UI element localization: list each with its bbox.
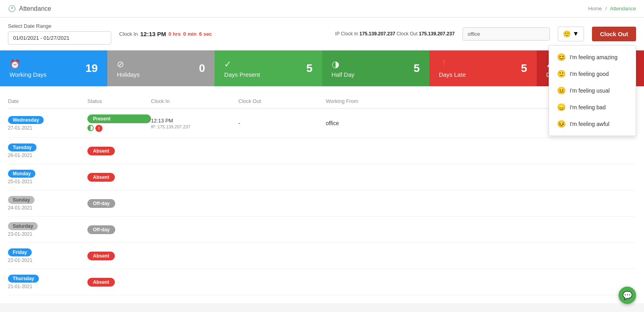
clock-out-label: Clock Out bbox=[396, 31, 418, 37]
days-late-value: 5 bbox=[521, 62, 527, 75]
day-badge: Sunday bbox=[8, 196, 35, 204]
dropdown-arrow-icon: ▼ bbox=[572, 30, 579, 37]
half-status-icon bbox=[87, 125, 94, 131]
good-emoji: 🙂 bbox=[557, 70, 566, 78]
stat-days-late-left: ❗ Days Late bbox=[439, 59, 466, 78]
working-days-value: 19 bbox=[85, 62, 98, 75]
breadcrumb-current[interactable]: Attendance bbox=[610, 6, 636, 12]
col-clock-in: Clock In bbox=[151, 98, 238, 104]
ip-info: IP Clock In 175.139.207.237 Clock Out 17… bbox=[335, 31, 455, 37]
col-status: Status bbox=[87, 98, 151, 104]
attendance-table: Date Status Clock In Clock Out Working F… bbox=[0, 86, 644, 303]
breadcrumb-sep: / bbox=[605, 6, 607, 12]
breadcrumb: Home / Attendance bbox=[588, 6, 636, 12]
days-present-icon: ✓ bbox=[224, 59, 260, 70]
table-row: Thursday 21-01-2021 Absent bbox=[8, 269, 636, 295]
stat-half-day: ◑ Half Day 5 bbox=[322, 50, 429, 86]
awful-label: I'm feeling awful bbox=[570, 121, 609, 127]
clock-out-cell: - bbox=[238, 120, 326, 126]
feeling-awful[interactable]: 😣 I'm feeling awful bbox=[549, 116, 636, 132]
status-cell: Absent bbox=[87, 147, 151, 155]
date-cell: Wednesday 27-01-2021 bbox=[8, 116, 87, 131]
clock-in-cell: 12:13 PM IP: 175.139.207.237 bbox=[151, 118, 238, 129]
date-sub: 26-01-2021 bbox=[8, 153, 87, 158]
day-badge: Monday bbox=[8, 170, 35, 178]
stat-days-present: ✓ Days Present 5 bbox=[215, 50, 322, 86]
date-cell: Thursday 21-01-2021 bbox=[8, 275, 87, 289]
status-cell: Absent bbox=[87, 173, 151, 182]
feeling-good[interactable]: 🙂 I'm feeling good bbox=[549, 66, 636, 82]
feeling-dropdown: 😊 I'm feeling amazing 🙂 I'm feeling good… bbox=[549, 45, 636, 136]
day-badge: Saturday bbox=[8, 222, 38, 230]
stat-holidays: ⊘ Holidays 0 bbox=[107, 50, 215, 86]
status-badge: Absent bbox=[87, 278, 115, 287]
table-row: Sunday 24-01-2021 Off-day bbox=[8, 190, 636, 217]
date-cell: Monday 25-01-2021 bbox=[8, 170, 87, 184]
clock-in-label: Clock In bbox=[119, 31, 138, 37]
feeling-usual[interactable]: 😐 I'm feeling usual bbox=[549, 82, 636, 99]
table-row: Wednesday 27-01-2021 Present ! 12:13 PM … bbox=[8, 109, 636, 138]
stat-working-days: ⏰ Working Days 19 bbox=[0, 50, 107, 86]
status-badge: Off-day bbox=[87, 199, 115, 208]
working-days-label: Working Days bbox=[10, 71, 46, 78]
date-range-block: Select Date Range bbox=[8, 23, 111, 45]
status-cell: Off-day bbox=[87, 225, 151, 234]
clock-sec: 6 sec bbox=[199, 31, 212, 37]
bad-emoji: 😞 bbox=[557, 103, 566, 112]
half-day-label: Half Day bbox=[332, 71, 355, 78]
clock-out-button[interactable]: Clock Out bbox=[592, 27, 636, 41]
col-date: Date bbox=[8, 98, 87, 104]
chat-icon: 💬 bbox=[623, 291, 632, 300]
top-bar: 🕐 Attendance Home / Attendance bbox=[0, 0, 644, 17]
bad-label: I'm feeling bad bbox=[570, 104, 606, 110]
emoji-dropdown-btn[interactable]: 🙂 ▼ bbox=[558, 27, 584, 41]
day-badge: Friday bbox=[8, 248, 32, 256]
ip-clock-out-val: 175.139.207.237 bbox=[419, 31, 454, 37]
status-icons: ! bbox=[87, 125, 151, 132]
days-late-label: Days Late bbox=[439, 71, 466, 78]
header-section: Select Date Range Clock In 12:13 PM 0 hr… bbox=[0, 17, 644, 50]
stat-half-day-left: ◑ Half Day bbox=[332, 59, 355, 78]
clock-icon: 🕐 bbox=[8, 5, 16, 12]
amazing-label: I'm feeling amazing bbox=[570, 54, 617, 60]
clock-min: 0 min bbox=[183, 31, 197, 37]
status-cell: Off-day bbox=[87, 199, 151, 208]
stat-holidays-left: ⊘ Holidays bbox=[117, 59, 140, 78]
col-clock-out: Clock Out bbox=[238, 98, 326, 104]
status-badge: Absent bbox=[87, 147, 115, 155]
date-range-input[interactable] bbox=[8, 31, 111, 45]
date-range-label: Select Date Range bbox=[8, 23, 111, 29]
ip-clock-in-val: 175.139.207.237 bbox=[360, 31, 395, 37]
clock-in-time: 12:13 PM bbox=[151, 118, 238, 124]
date-cell: Tuesday 26-01-2021 bbox=[8, 143, 87, 158]
amazing-emoji: 😊 bbox=[557, 53, 566, 62]
chat-button[interactable]: 💬 bbox=[619, 287, 636, 303]
status-badge: Absent bbox=[87, 252, 115, 260]
days-late-icon: ❗ bbox=[439, 59, 466, 70]
status-cell: Absent bbox=[87, 278, 151, 287]
status-badge: Off-day bbox=[87, 225, 115, 234]
awful-emoji: 😣 bbox=[557, 120, 566, 128]
holidays-label: Holidays bbox=[117, 71, 140, 78]
working-days-icon: ⏰ bbox=[10, 59, 46, 70]
breadcrumb-home: Home bbox=[588, 6, 602, 12]
usual-label: I'm feeling usual bbox=[570, 87, 610, 94]
stats-row: ⏰ Working Days 19 ⊘ Holidays 0 ✓ Days Pr… bbox=[0, 50, 644, 86]
status-badge: Absent bbox=[87, 173, 115, 182]
stat-days-late: ❗ Days Late 5 bbox=[429, 50, 537, 86]
date-sub: 22-01-2021 bbox=[8, 258, 87, 263]
feeling-amazing[interactable]: 😊 I'm feeling amazing bbox=[549, 49, 636, 66]
location-input[interactable] bbox=[462, 27, 550, 41]
date-cell: Saturday 23-01-2021 bbox=[8, 222, 87, 237]
day-badge: Thursday bbox=[8, 275, 39, 283]
date-sub: 24-01-2021 bbox=[8, 205, 87, 211]
emoji-face-icon: 🙂 bbox=[563, 30, 571, 38]
date-cell: Sunday 24-01-2021 bbox=[8, 196, 87, 211]
day-badge: Wednesday bbox=[8, 116, 44, 124]
table-row: Saturday 23-01-2021 Off-day bbox=[8, 217, 636, 243]
feeling-bad[interactable]: 😞 I'm feeling bad bbox=[549, 99, 636, 116]
usual-emoji: 😐 bbox=[557, 86, 566, 95]
title-text: Attendance bbox=[19, 5, 51, 12]
holidays-value: 0 bbox=[199, 62, 205, 75]
days-present-value: 5 bbox=[306, 62, 313, 75]
